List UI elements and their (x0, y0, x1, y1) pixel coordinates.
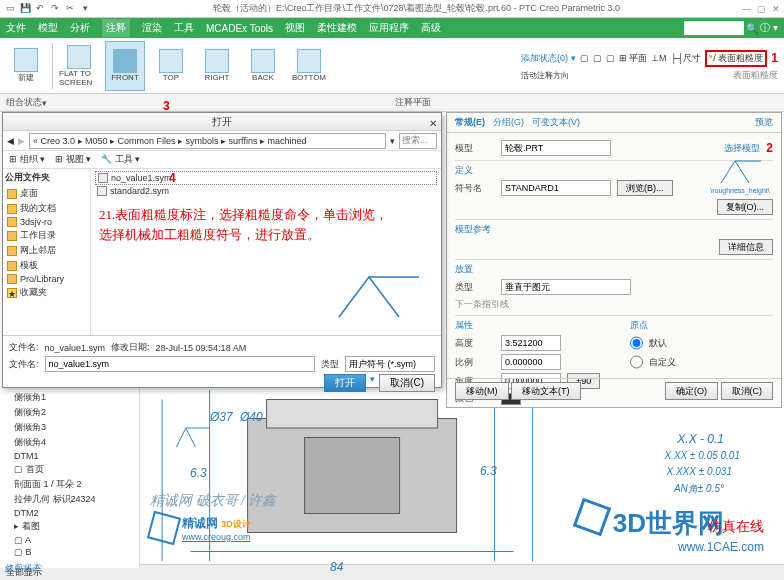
tree-item[interactable]: 侧倾角4 (4, 435, 135, 450)
top-button[interactable]: TOP (151, 41, 191, 91)
filename-input[interactable] (45, 356, 315, 372)
back-button[interactable]: BACK (243, 41, 283, 91)
model-input[interactable] (501, 140, 611, 156)
fwd-icon[interactable]: ▶ (18, 136, 25, 146)
tab-group[interactable]: 分组(G) (493, 116, 524, 129)
tree-item[interactable]: 拉伸几何 标识24324 (4, 492, 135, 507)
menu-apps[interactable]: 应用程序 (369, 21, 409, 35)
details-button[interactable]: 详细信息 (719, 239, 773, 255)
qat-icon[interactable]: ↷ (49, 3, 61, 15)
views-button[interactable]: ⊞ 视图 ▾ (55, 153, 91, 166)
back-icon[interactable]: ◀ (7, 136, 14, 146)
folder-item[interactable]: 3dsjv-ro (5, 216, 88, 228)
move-button[interactable]: 移动(M) (455, 382, 509, 400)
ratio-label: 比例 (455, 356, 495, 369)
folder-item[interactable]: 模板 (5, 258, 88, 273)
rib-icon[interactable]: ▢ (580, 53, 589, 63)
cancel-button[interactable]: 取消(C) (379, 374, 435, 392)
folder-item[interactable]: 网上邻居 (5, 243, 88, 258)
tree-item[interactable]: 侧倾角2 (4, 405, 135, 420)
breadcrumb-path[interactable]: « Creo 3.0 ▸ M050 ▸ Common Files ▸ symbo… (29, 133, 386, 149)
placetype-select[interactable] (501, 279, 631, 295)
annot-status[interactable]: 添加状态(0) ▾ (521, 52, 576, 65)
tree-item[interactable]: DTM2 (4, 507, 135, 519)
folder-item[interactable]: 工作目录 (5, 228, 88, 243)
dim-orient-icon[interactable]: ⊥M (651, 53, 667, 63)
type-select[interactable] (345, 356, 435, 372)
ok-button[interactable]: 确定(O) (665, 382, 718, 400)
origin-custom-radio[interactable] (630, 354, 643, 370)
maximize-icon[interactable]: ▢ (757, 4, 766, 14)
menu-render[interactable]: 渲染 (142, 21, 162, 35)
tab-vartext[interactable]: 可变文本(V) (532, 116, 580, 129)
flat-button[interactable]: FLAT TO SCREEN (59, 41, 99, 91)
dropdown-icon[interactable]: ▾ (390, 136, 395, 146)
breadcrumb-row: ◀ ▶ « Creo 3.0 ▸ M050 ▸ Common Files ▸ s… (3, 131, 441, 151)
active-annot-icon[interactable]: 活动注释方向 (521, 70, 569, 81)
menu-analysis[interactable]: 分析 (70, 21, 90, 35)
tools-button[interactable]: 🔧 工具 ▾ (101, 153, 140, 166)
organize-button[interactable]: ⊞ 组织 ▾ (9, 153, 45, 166)
origin-default-radio[interactable] (630, 335, 643, 351)
folder-icon (7, 189, 17, 199)
right-button[interactable]: RIGHT (197, 41, 237, 91)
open-button[interactable]: 打开 (324, 374, 366, 392)
menu-view[interactable]: 视图 (285, 21, 305, 35)
plane-button[interactable]: ⊞ 平面 (619, 52, 648, 65)
search-input[interactable] (684, 21, 744, 35)
qat-icon[interactable]: ✂ (64, 3, 76, 15)
next-leader[interactable]: 下一条指引线 (455, 298, 509, 311)
tree-item[interactable]: ▢ B (4, 546, 135, 558)
menu-model[interactable]: 模型 (38, 21, 58, 35)
dim-button[interactable]: ├┤尺寸 (671, 52, 702, 65)
symname-input[interactable] (501, 180, 611, 196)
bottom-button[interactable]: BOTTOM (289, 41, 329, 91)
tree-item[interactable]: ▢ 首页 (4, 462, 135, 477)
tree-item[interactable]: 侧倾角3 (4, 420, 135, 435)
red-annotation-4: 4 (169, 171, 176, 185)
tree-item[interactable]: 剖面面 1 / 耳朵 2 (4, 477, 135, 492)
qat-icon[interactable]: ↶ (34, 3, 46, 15)
minimize-icon[interactable]: — (742, 4, 751, 14)
close-icon[interactable]: ✕ (429, 115, 437, 133)
folder-item[interactable]: ★收藏夹 (5, 285, 88, 300)
folder-item[interactable]: 我的文档 (5, 201, 88, 216)
menu-annotate[interactable]: 注释 (102, 19, 130, 37)
menu-file[interactable]: 文件 (6, 21, 26, 35)
qat-icon[interactable]: ▭ (4, 3, 16, 15)
copy-button[interactable]: 复制(O)... (717, 199, 774, 215)
new-button[interactable]: 新建 (6, 41, 46, 91)
tab-general[interactable]: 常规(E) (455, 116, 485, 129)
menu-tools[interactable]: 工具 (174, 21, 194, 35)
rib-icon[interactable]: ▢ (593, 53, 602, 63)
qat-icon[interactable]: ▾ (79, 3, 91, 15)
browse-button[interactable]: 浏览(B)... (617, 180, 673, 196)
search-icon[interactable]: 🔍 (746, 23, 758, 34)
options-link[interactable]: 选择模型 (724, 142, 760, 155)
tree-item[interactable]: DTM1 (4, 450, 135, 462)
close-icon[interactable]: ✕ (772, 4, 780, 14)
group-state-label[interactable]: 组合状态 (6, 96, 42, 109)
menu-advanced[interactable]: 高级 (421, 21, 441, 35)
help-icon[interactable]: ⓘ ▾ (760, 21, 778, 35)
tree-item[interactable]: ▸ 着图 (4, 519, 135, 534)
file-item[interactable]: no_value1.sym (95, 171, 437, 185)
trim-state: 修剪状态: (4, 562, 135, 575)
tol-value: AN角± 0.5° (674, 482, 724, 496)
qat: ▭ 💾 ↶ ↷ ✂ ▾ (4, 3, 91, 15)
qat-icon[interactable]: 💾 (19, 3, 31, 15)
height-input[interactable] (501, 335, 561, 351)
panel-cancel-button[interactable]: 取消(C) (721, 382, 774, 400)
movetext-button[interactable]: 移动文本(T) (511, 382, 581, 400)
ratio-input[interactable] (501, 354, 561, 370)
dialog-search[interactable]: 搜索... (399, 133, 437, 149)
menu-flex[interactable]: 柔性建模 (317, 21, 357, 35)
folder-item[interactable]: 桌面 (5, 186, 88, 201)
file-item[interactable]: standard2.sym (95, 185, 437, 197)
menu-mcadex[interactable]: MCADEx Tools (206, 23, 273, 34)
rib-icon[interactable]: ▢ (606, 53, 615, 63)
roughness-button[interactable]: ᵛ/ 表面粗糙度 (705, 50, 767, 67)
folder-item[interactable]: Pro/Library (5, 273, 88, 285)
tree-item[interactable]: ▢ A (4, 534, 135, 546)
front-button[interactable]: FRONT (105, 41, 145, 91)
